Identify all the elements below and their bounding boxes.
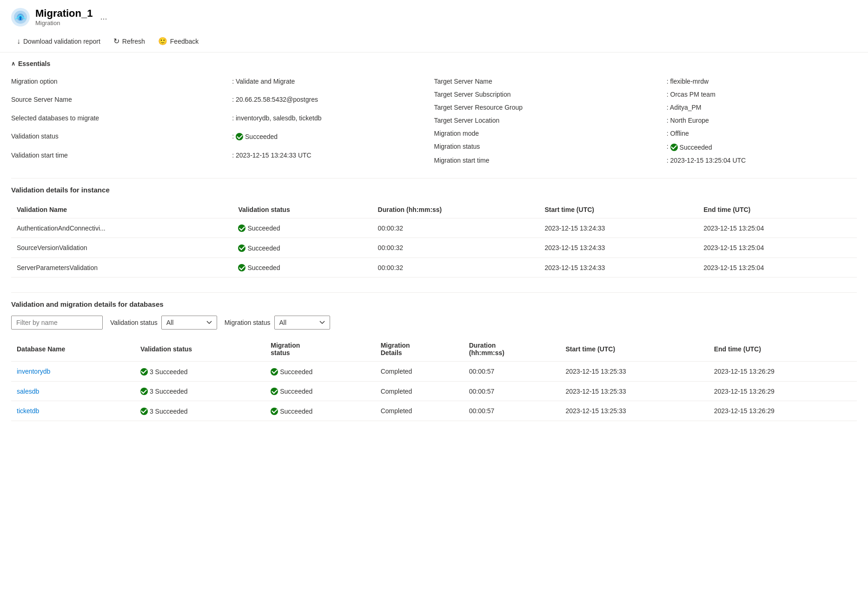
- azure-migration-icon: [11, 8, 30, 26]
- db-start-time-cell: 2023-12-15 13:25:33: [560, 362, 709, 382]
- refresh-icon: ↻: [113, 37, 119, 46]
- db-duration-cell: 00:00:57: [464, 362, 560, 382]
- validation-status-label: Validation status: [11, 130, 228, 149]
- db-link[interactable]: salesdb: [17, 388, 39, 395]
- db-name-cell: salesdb: [11, 381, 135, 401]
- validation-instance-title: Validation details for instance: [11, 186, 857, 194]
- source-server-value: : 20.66.25.58:5432@postgres: [228, 93, 434, 111]
- validation-name-cell: AuthenticationAndConnectivi...: [11, 218, 232, 238]
- db-link[interactable]: inventorydb: [17, 368, 50, 375]
- target-location-value: : North Europe: [663, 114, 857, 127]
- toolbar: ↓ Download validation report ↻ Refresh 🙂…: [0, 30, 868, 53]
- migration-status-value: : Succeeded: [663, 140, 857, 154]
- target-resource-group-label: Target Server Resource Group: [434, 101, 663, 114]
- migration-start-label: Migration start time: [434, 154, 663, 167]
- filter-by-name-input[interactable]: [11, 316, 103, 330]
- col-header-validation-status: Validation status: [232, 201, 372, 218]
- migration-start-value: : 2023-12-15 13:25:04 UTC: [663, 154, 857, 167]
- col-header-start-time: Start time (UTC): [539, 201, 698, 218]
- col-db-validation-status: Validation status: [135, 337, 265, 362]
- header-text: Migration_1 Migration: [35, 7, 93, 26]
- filter-row: Validation status All Succeeded Failed M…: [11, 316, 857, 330]
- divider: [11, 292, 857, 293]
- essentials-chevron: ∧: [11, 60, 15, 67]
- table-row: inventorydb 3 Succeeded Succeeded Comple…: [11, 362, 857, 382]
- end-time-cell: 2023-12-15 13:25:04: [698, 218, 857, 238]
- check-circle-icon: [238, 244, 245, 252]
- target-location-label: Target Server Location: [434, 114, 663, 127]
- target-server-name-label: Target Server Name: [434, 75, 663, 88]
- validation-start-value: : 2023-12-15 13:24:33 UTC: [228, 149, 434, 167]
- db-start-time-cell: 2023-12-15 13:25:33: [560, 401, 709, 421]
- col-db-duration: Duration(hh:mm:ss): [464, 337, 560, 362]
- table-row: ServerParametersValidation Succeeded 00:…: [11, 257, 857, 277]
- essentials-header: ∧ Essentials: [11, 60, 857, 67]
- selected-databases-label: Selected databases to migrate: [11, 112, 228, 130]
- db-migration-details-cell: Completed: [375, 362, 464, 382]
- validation-status-value: : Succeeded: [228, 130, 434, 149]
- db-name-cell: inventorydb: [11, 362, 135, 382]
- db-link[interactable]: ticketdb: [17, 407, 39, 415]
- validation-status-select[interactable]: All Succeeded Failed: [161, 316, 217, 330]
- start-time-cell: 2023-12-15 13:24:33: [539, 218, 698, 238]
- table-row: ticketdb 3 Succeeded Succeeded Completed…: [11, 401, 857, 421]
- migration-mode-label: Migration mode: [434, 127, 663, 140]
- databases-table: Database Name Validation status Migratio…: [11, 337, 857, 421]
- download-validation-report-button[interactable]: ↓ Download validation report: [11, 34, 106, 48]
- essentials-row: Source Server Name : 20.66.25.58:5432@po…: [11, 93, 434, 111]
- refresh-button[interactable]: ↻ Refresh: [108, 34, 151, 48]
- db-validation-status-cell: 3 Succeeded: [135, 381, 265, 401]
- target-server-name-value: : flexible-mrdw: [663, 75, 857, 88]
- db-migration-details-cell: Completed: [375, 401, 464, 421]
- check-circle-icon: [238, 224, 245, 232]
- essentials-row: Migration start time : 2023-12-15 13:25:…: [434, 154, 857, 167]
- db-start-time-cell: 2023-12-15 13:25:33: [560, 381, 709, 401]
- db-duration-cell: 00:00:57: [464, 401, 560, 421]
- validation-name-cell: SourceVersionValidation: [11, 238, 232, 258]
- duration-cell: 00:00:32: [372, 238, 539, 258]
- essentials-row: Target Server Location : North Europe: [434, 114, 857, 127]
- essentials-row: Validation start time : 2023-12-15 13:24…: [11, 149, 434, 167]
- more-options-button[interactable]: ...: [98, 12, 109, 22]
- duration-cell: 00:00:32: [372, 257, 539, 277]
- check-circle-icon: [271, 368, 278, 376]
- essentials-right: Target Server Name : flexible-mrdw Targe…: [434, 75, 857, 167]
- target-subscription-value: : Orcas PM team: [663, 88, 857, 101]
- db-validation-status-cell: 3 Succeeded: [135, 362, 265, 382]
- main-content: ∧ Essentials Migration option : Validate…: [0, 53, 868, 443]
- feedback-button[interactable]: 🙂 Feedback: [152, 34, 204, 48]
- essentials-grid: Migration option : Validate and Migrate …: [11, 75, 857, 167]
- migration-status-label: Migration status: [434, 140, 663, 154]
- check-circle-icon: [140, 408, 148, 415]
- essentials-row: Target Server Name : flexible-mrdw: [434, 75, 857, 88]
- validation-status-cell: Succeeded: [232, 238, 372, 258]
- table-header-row: Validation Name Validation status Durati…: [11, 201, 857, 218]
- migration-option-value: : Validate and Migrate: [228, 75, 434, 93]
- divider: [11, 178, 857, 178]
- migration-status-select[interactable]: All Succeeded Failed: [274, 316, 330, 330]
- col-db-migration-status: Migrationstatus: [265, 337, 375, 362]
- duration-cell: 00:00:32: [372, 218, 539, 238]
- essentials-row: Target Server Subscription : Orcas PM te…: [434, 88, 857, 101]
- db-table-header-row: Database Name Validation status Migratio…: [11, 337, 857, 362]
- db-validation-status-cell: 3 Succeeded: [135, 401, 265, 421]
- essentials-row: Selected databases to migrate : inventor…: [11, 112, 434, 130]
- download-icon: ↓: [17, 37, 20, 46]
- validation-status-badge: Succeeded: [236, 133, 278, 140]
- target-subscription-label: Target Server Subscription: [434, 88, 663, 101]
- check-circle-icon: [271, 388, 278, 395]
- validation-name-cell: ServerParametersValidation: [11, 257, 232, 277]
- db-end-time-cell: 2023-12-15 13:26:29: [709, 381, 857, 401]
- col-header-end-time: End time (UTC): [698, 201, 857, 218]
- validation-status-filter-label: Validation status: [110, 319, 158, 326]
- essentials-row: Validation status : Succeeded: [11, 130, 434, 149]
- selected-databases-value: : inventorydb, salesdb, ticketdb: [228, 112, 434, 130]
- col-db-name: Database Name: [11, 337, 135, 362]
- db-migration-status-cell: Succeeded: [265, 362, 375, 382]
- db-name-cell: ticketdb: [11, 401, 135, 421]
- db-migration-status-cell: Succeeded: [265, 401, 375, 421]
- col-db-end-time: End time (UTC): [709, 337, 857, 362]
- migration-option-label: Migration option: [11, 75, 228, 93]
- target-resource-group-value: : Aditya_PM: [663, 101, 857, 114]
- check-circle-icon: [236, 133, 243, 140]
